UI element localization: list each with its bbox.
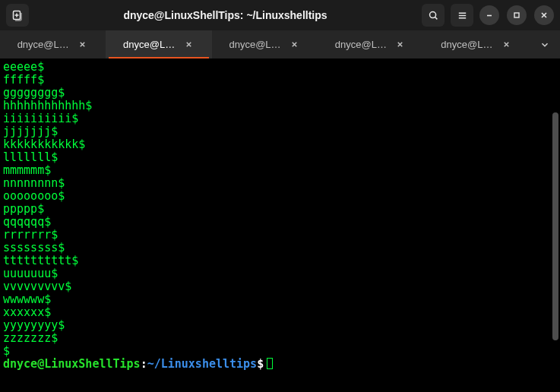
window-title: dnyce@LinuxShellTips: ~/Linuxshelltips <box>35 9 416 21</box>
terminal-line: kkkkkkkkkkk$ <box>3 138 548 151</box>
close-window-button[interactable] <box>534 5 554 25</box>
terminal-line: mmmmmm$ <box>3 164 548 177</box>
terminal-line: ppppp$ <box>3 203 548 216</box>
terminal-line: iiiiiiiiii$ <box>3 112 548 125</box>
scrollbar[interactable] <box>551 59 560 392</box>
terminal-line: uuuuuuu$ <box>3 267 548 280</box>
terminal-line: yyyyyyyy$ <box>3 319 548 332</box>
prompt-colon: : <box>141 357 147 371</box>
tabbar: dnyce@L… dnyce@L… dnyce@L… dnyce@L… dnyc… <box>0 30 560 59</box>
terminal-line: xxxxxx$ <box>3 306 548 319</box>
terminal-line: gggggggg$ <box>3 87 548 100</box>
terminal-line: qqqqqq$ <box>3 216 548 229</box>
tab-close-icon[interactable] <box>500 39 512 51</box>
terminal-line: fffff$ <box>3 74 548 87</box>
tab-label: dnyce@L… <box>123 39 175 50</box>
terminal-area: eeeee$fffff$gggggggg$hhhhhhhhhhhh$iiiiii… <box>0 59 560 392</box>
cursor <box>267 358 273 369</box>
terminal-line: ssssssss$ <box>3 242 548 254</box>
tab-4[interactable]: dnyce@L… <box>424 30 530 58</box>
window-controls <box>479 5 554 25</box>
terminal-line: oooooooo$ <box>3 190 548 203</box>
tab-label: dnyce@L… <box>17 39 69 50</box>
svg-point-1 <box>429 11 435 17</box>
maximize-button[interactable] <box>507 5 527 25</box>
hamburger-menu-button[interactable] <box>451 4 473 27</box>
prompt-user-host: dnyce@LinuxShellTips <box>3 357 141 371</box>
tab-close-icon[interactable] <box>394 39 407 51</box>
search-button[interactable] <box>422 4 445 27</box>
scrollbar-thumb[interactable] <box>552 112 558 340</box>
new-tab-button[interactable] <box>6 4 29 27</box>
terminal-line: $ <box>3 345 548 358</box>
terminal-line: vvvvvvvvv$ <box>3 280 548 293</box>
minimize-button[interactable] <box>479 5 499 25</box>
terminal-line: wwwwww$ <box>3 293 548 306</box>
tab-close-icon[interactable] <box>77 39 89 51</box>
terminal-line: nnnnnnnn$ <box>3 177 548 190</box>
terminal-line: jjjjjjj$ <box>3 125 548 138</box>
tab-3[interactable]: dnyce@L… <box>318 30 423 58</box>
tab-1[interactable]: dnyce@L… <box>106 30 211 58</box>
terminal-output[interactable]: eeeee$fffff$gggggggg$hhhhhhhhhhhh$iiiiii… <box>0 59 551 392</box>
terminal-line: hhhhhhhhhhhh$ <box>3 100 548 112</box>
tab-label: dnyce@L… <box>441 39 492 50</box>
tab-2[interactable]: dnyce@L… <box>212 30 318 58</box>
tab-overflow-button[interactable] <box>530 30 560 58</box>
terminal-line: zzzzzzz$ <box>3 332 548 345</box>
terminal-line: lllllll$ <box>3 151 548 164</box>
prompt-path: ~/Linuxshelltips <box>147 357 258 371</box>
tab-label: dnyce@L… <box>335 39 387 50</box>
titlebar: dnyce@LinuxShellTips: ~/Linuxshelltips <box>0 0 560 30</box>
tab-0[interactable]: dnyce@L… <box>0 30 106 58</box>
prompt-line[interactable]: dnyce@LinuxShellTips:~/Linuxshelltips$ <box>3 358 548 371</box>
terminal-line: eeeee$ <box>3 61 548 74</box>
tab-label: dnyce@L… <box>229 39 280 50</box>
tab-close-icon[interactable] <box>182 39 195 51</box>
terminal-line: rrrrrrr$ <box>3 229 548 242</box>
tab-close-icon[interactable] <box>289 39 301 51</box>
prompt-dollar: $ <box>257 357 264 371</box>
terminal-line: tttttttttt$ <box>3 254 548 267</box>
svg-rect-2 <box>514 13 519 17</box>
